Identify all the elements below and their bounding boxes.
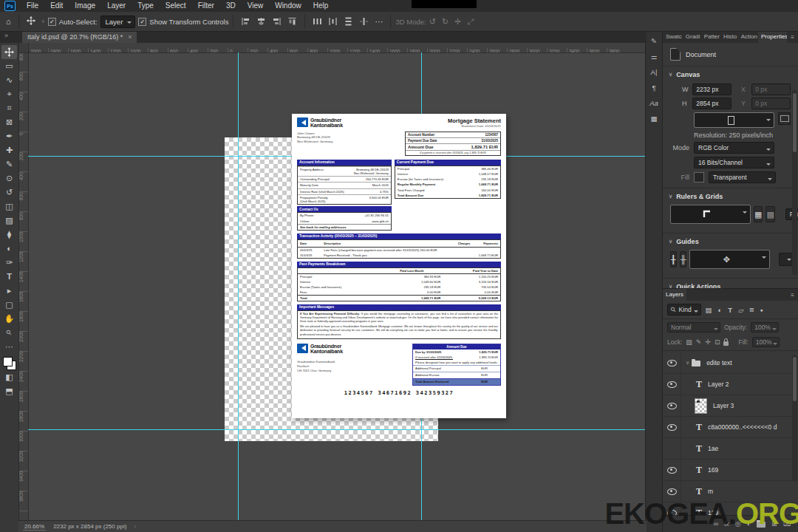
document-tab[interactable]: Italy id.psd @ 20.7% (RGB/16) * × — [22, 31, 137, 43]
brushes-panel-icon[interactable]: ⚌ — [647, 50, 661, 63]
zoom-tool[interactable]: ⚲ — [1, 326, 17, 340]
paragraph-panel-icon[interactable]: ¶ — [647, 81, 661, 94]
toggle-guides-button[interactable]: ╂ — [670, 251, 677, 267]
menu-item[interactable]: Select — [160, 0, 192, 12]
layer-row[interactable]: ∨ T 1ae — [663, 438, 798, 460]
zoom-level-field[interactable]: 20.66% — [23, 523, 46, 531]
filter-smart-objects-icon[interactable]: ⧈ — [748, 305, 755, 314]
auto-select-target-dropdown[interactable]: Layer — [100, 16, 136, 28]
toggle-grid-button[interactable]: ▦ — [754, 206, 763, 222]
path-selection-tool[interactable]: ▸ — [1, 284, 17, 298]
layer-row[interactable]: ∨ T Layer 2 — [663, 374, 798, 395]
visibility-toggle[interactable] — [663, 460, 681, 480]
menu-item[interactable]: Type — [132, 0, 160, 12]
move-tool-icon[interactable] — [24, 16, 38, 27]
shape-tool[interactable]: ▢ — [1, 298, 17, 312]
layer-name[interactable]: m — [708, 488, 713, 495]
layer-name[interactable]: edite text — [706, 359, 732, 366]
blur-tool[interactable]: ⧫ — [1, 228, 17, 242]
guide-vertical-1[interactable] — [238, 52, 239, 521]
ruler-corner[interactable] — [18, 43, 29, 53]
fill-select[interactable]: Transparent — [709, 171, 776, 183]
menu-item[interactable]: 3D — [220, 0, 242, 12]
align-top-icon[interactable] — [288, 14, 297, 30]
layer-row[interactable]: ∨ T edite text — [663, 352, 798, 374]
vertical-ruler[interactable]: 8006004002000200400600800100012001400160… — [18, 52, 29, 521]
menu-item[interactable]: Image — [69, 0, 101, 12]
menu-item[interactable]: Help — [307, 0, 335, 12]
move-tool-dropdown[interactable]: ∨ — [38, 18, 48, 24]
glyphs-panel-icon[interactable]: Aa — [647, 96, 661, 109]
fill-swatch[interactable] — [694, 172, 704, 183]
guides-chevron-icon[interactable]: ∨ — [669, 239, 672, 245]
canvas-surface[interactable]: GraubündnerKantonalbank Mortgage Stateme… — [28, 52, 647, 521]
layers-menu-icon[interactable]: ≡ — [787, 292, 798, 299]
history-brush-tool[interactable]: ↺ — [1, 185, 17, 200]
layer-row[interactable]: ∨ T 169 — [663, 460, 798, 481]
tab-swatches[interactable]: Swatc — [663, 31, 683, 43]
lasso-tool[interactable]: ∿ — [1, 73, 17, 87]
type-tool[interactable]: T — [1, 270, 17, 284]
align-center-h-icon[interactable] — [253, 17, 269, 26]
layer-name[interactable]: c8a000000..<<<<<<<0 d — [708, 423, 777, 431]
tab-patterns[interactable]: Patter — [701, 31, 720, 43]
bit-depth-select[interactable]: 16 Bits/Channel — [694, 157, 774, 168]
gradient-tool[interactable]: ▨ — [1, 214, 17, 228]
status-chevron-icon[interactable]: › — [134, 523, 136, 530]
clone-stamp-tool[interactable]: ⊙ — [1, 171, 17, 185]
dodge-tool[interactable]: ◐ — [1, 242, 17, 256]
align-right-icon[interactable] — [269, 17, 284, 26]
panel-menu-icon[interactable]: ≡ — [787, 34, 798, 41]
lock-artboard-icon[interactable]: ⊡ — [715, 338, 720, 346]
align-left-icon[interactable] — [238, 17, 253, 26]
marquee-tool[interactable]: ▭ — [1, 59, 17, 73]
color-mode-select[interactable]: RGB Color — [694, 142, 774, 154]
layer-fill-field[interactable]: 100% — [752, 337, 780, 347]
toggle-rulers-button[interactable] — [670, 205, 751, 224]
hand-tool[interactable]: ✋ — [1, 312, 17, 326]
layer-name[interactable]: Layer 3 — [713, 402, 734, 409]
blend-mode-select[interactable]: Normal — [667, 322, 720, 332]
menu-item[interactable]: View — [242, 0, 270, 12]
opacity-field[interactable]: 100% — [751, 322, 779, 332]
crop-tool[interactable]: ⌗ — [1, 101, 17, 115]
visibility-toggle[interactable] — [663, 374, 681, 395]
move-tool[interactable] — [1, 45, 17, 59]
toggle-pixel-grid-button[interactable]: ▩ — [765, 206, 774, 222]
tab-properties[interactable]: Properties — [758, 31, 787, 43]
tab-layers[interactable]: Layers — [663, 289, 686, 301]
filter-pixel-layers-icon[interactable]: ▤ — [704, 306, 714, 314]
filter-kind-select[interactable]: ⚲Kind — [667, 304, 701, 316]
lock-all-icon[interactable] — [723, 341, 729, 346]
character-panel-icon[interactable]: A| — [647, 65, 661, 78]
tab-gradients[interactable]: Gradi — [683, 31, 701, 43]
layer-row[interactable]: ∨ T c8a000000..<<<<<<<0 d — [663, 417, 798, 438]
canvas-section-chevron-icon[interactable]: ∨ — [669, 72, 672, 78]
portrait-orientation-button[interactable] — [694, 112, 774, 128]
eraser-tool[interactable]: ◫ — [1, 200, 17, 214]
visibility-toggle[interactable] — [663, 417, 681, 437]
guide-horizontal-2[interactable] — [28, 429, 647, 430]
screen-mode-button[interactable]: ⬒ — [1, 384, 17, 398]
horizontal-ruler[interactable]: 2000180016001400120010008006004002000200… — [28, 43, 647, 53]
landscape-orientation-button[interactable] — [778, 112, 791, 125]
object-selection-tool[interactable]: ⌖ — [1, 87, 17, 101]
layer-name[interactable]: Layer 2 — [708, 381, 729, 388]
healing-brush-tool[interactable]: ✚ — [1, 143, 17, 157]
layer-name[interactable]: 1ae — [708, 445, 718, 452]
menu-item[interactable]: File — [21, 0, 44, 12]
properties-scrollbar[interactable] — [792, 90, 797, 275]
canvas-height-field[interactable]: 2854 px — [692, 98, 732, 109]
brush-tool[interactable]: ✎ — [1, 157, 17, 171]
menu-item[interactable]: Window — [269, 0, 307, 12]
filter-shape-layers-icon[interactable]: ▱ — [737, 306, 745, 314]
brush-settings-panel-icon[interactable]: ✎ — [647, 34, 661, 47]
quick-mask-button[interactable]: ◧ — [1, 370, 17, 384]
lock-pixels-icon[interactable]: ✎ — [696, 338, 702, 346]
layer-name[interactable]: 169 — [708, 466, 718, 474]
visibility-toggle[interactable] — [663, 438, 681, 459]
layer-row[interactable]: ∨ T Layer 3 — [663, 395, 798, 417]
tab-history[interactable]: Histo — [720, 31, 738, 43]
color-swatches[interactable] — [3, 357, 16, 370]
more-options-icon[interactable]: ⋯ — [372, 17, 386, 27]
